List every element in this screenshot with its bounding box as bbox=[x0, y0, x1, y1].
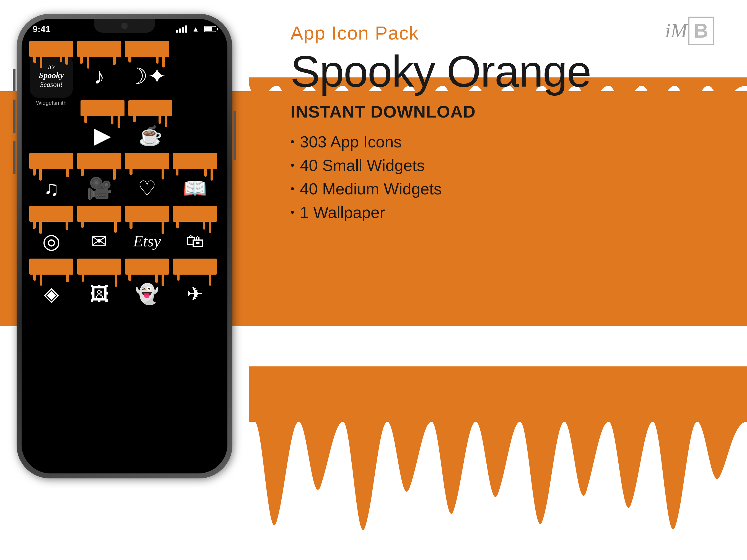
status-icons: ▲ bbox=[176, 25, 216, 33]
feature-icons-text: 303 App Icons bbox=[300, 132, 402, 151]
phone-volume-up-button bbox=[13, 100, 16, 133]
photos-icon: 🖼 bbox=[89, 283, 109, 305]
phone-screen: 9:41 ▲ bbox=[22, 19, 227, 474]
logo-b-box: B bbox=[688, 17, 714, 45]
feature-wallpaper-text: 1 Wallpaper bbox=[300, 203, 385, 221]
app-icon-photos: 🖼 bbox=[78, 272, 121, 315]
product-subtitle: App Icon Pack bbox=[290, 22, 711, 44]
bottom-drips-svg bbox=[249, 367, 747, 560]
app-icon-coffee: ☕ bbox=[129, 114, 172, 157]
etsy-icon: Etsy bbox=[133, 232, 161, 250]
phone-camera bbox=[122, 23, 128, 29]
wifi-icon: ▲ bbox=[192, 25, 199, 33]
app-icon-etsy: Etsy bbox=[126, 219, 169, 262]
moon-icon: ☽✦ bbox=[128, 63, 166, 89]
phone-outer-frame: 9:41 ▲ bbox=[17, 14, 232, 478]
airbnb-icon: ◈ bbox=[44, 283, 59, 305]
bullet-icons: • bbox=[290, 135, 294, 148]
signal-icon bbox=[176, 25, 187, 33]
app-icon-mail: ✉ bbox=[78, 219, 121, 262]
app-icon-tiktok: ♪ bbox=[78, 55, 121, 98]
tiktok-icon: ♪ bbox=[94, 63, 105, 89]
phone-mute-button bbox=[13, 69, 16, 91]
books-icon: 📖 bbox=[183, 177, 207, 200]
phone-volume-down-button bbox=[13, 141, 16, 174]
status-time: 9:41 bbox=[33, 24, 50, 34]
bullet-wallpaper: • bbox=[290, 206, 294, 218]
logo-im-text: iM bbox=[665, 19, 687, 42]
phone-power-button bbox=[233, 111, 236, 160]
product-info-panel: App Icon Pack Spooky Orange INSTANT DOWN… bbox=[290, 22, 711, 226]
bullet-medium: • bbox=[290, 183, 294, 195]
app-icon-music: ♫ bbox=[30, 167, 73, 210]
app-icon-instagram: ◎ bbox=[30, 219, 73, 262]
spooky-text: It's Spooky Season! bbox=[39, 63, 64, 89]
app-icon-books: 📖 bbox=[174, 167, 216, 210]
feature-item-wallpaper: • 1 Wallpaper bbox=[290, 203, 711, 221]
signal-bar-2 bbox=[179, 28, 181, 33]
brand-logo: iM B bbox=[665, 17, 714, 45]
instagram-icon: ◎ bbox=[42, 229, 60, 253]
app-icon-airbnb: ◈ bbox=[30, 272, 73, 315]
feature-small-text: 40 Small Widgets bbox=[300, 156, 425, 175]
app-icon-snapchat: 👻 bbox=[126, 272, 169, 315]
features-list: • 303 App Icons • 40 Small Widgets • 40 … bbox=[290, 132, 711, 221]
phone-notch bbox=[94, 19, 155, 33]
app-icon-health: ♡ bbox=[126, 167, 169, 210]
product-title: Spooky Orange bbox=[290, 49, 711, 94]
bullet-small: • bbox=[290, 159, 294, 171]
signal-bar-4 bbox=[185, 25, 187, 33]
feature-item-medium-widgets: • 40 Medium Widgets bbox=[290, 180, 711, 198]
snapchat-icon: 👻 bbox=[135, 283, 159, 305]
feature-item-icons: • 303 App Icons bbox=[290, 132, 711, 151]
app-icon-appstore: 🛍 bbox=[174, 219, 216, 262]
instant-download-label: INSTANT DOWNLOAD bbox=[290, 102, 711, 122]
battery-icon bbox=[204, 26, 216, 32]
app-icon-telegram: ✈ bbox=[174, 272, 216, 315]
feature-medium-text: 40 Medium Widgets bbox=[300, 180, 442, 198]
coffee-icon: ☕ bbox=[138, 124, 162, 147]
feature-item-small-widgets: • 40 Small Widgets bbox=[290, 156, 711, 175]
app-icon-spooky: It's Spooky Season! bbox=[30, 55, 73, 98]
youtube-icon: ▶ bbox=[94, 123, 111, 148]
signal-bar-3 bbox=[182, 27, 184, 33]
phone-mockup: 9:41 ▲ bbox=[17, 14, 243, 539]
health-icon: ♡ bbox=[138, 176, 156, 201]
appstore-icon: 🛍 bbox=[186, 231, 204, 251]
battery-fill bbox=[205, 27, 212, 31]
app-icon-youtube: ▶ bbox=[81, 114, 124, 157]
widgetsmith-label: Widgetsmith bbox=[30, 100, 73, 106]
signal-bar-1 bbox=[176, 30, 178, 33]
app-icon-video: 🎥 bbox=[78, 167, 121, 210]
app-icon-moon: ☽✦ bbox=[126, 55, 169, 98]
mail-icon: ✉ bbox=[91, 230, 107, 252]
music-icon: ♫ bbox=[44, 177, 59, 200]
video-icon: 🎥 bbox=[86, 176, 112, 201]
telegram-icon: ✈ bbox=[187, 283, 203, 305]
